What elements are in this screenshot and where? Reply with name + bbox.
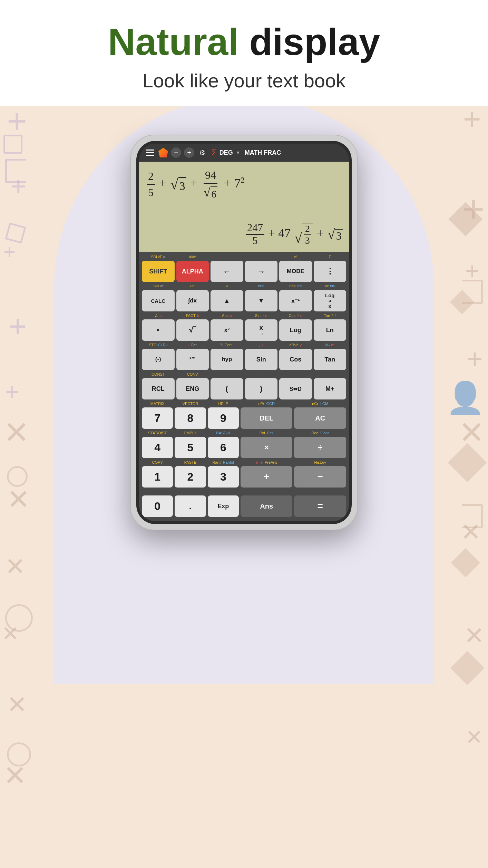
negative-key[interactable]: (-)	[142, 349, 175, 370]
eng-key[interactable]: ENG	[176, 378, 209, 399]
degrees-key[interactable]: °'"	[176, 349, 209, 370]
ln-key[interactable]: Ln	[314, 319, 347, 341]
key-0[interactable]: 0	[142, 495, 173, 517]
plus-key[interactable]: +	[241, 466, 293, 488]
sqrt-key[interactable]: √‾	[176, 319, 209, 341]
multiply-key[interactable]: ×	[241, 437, 293, 458]
square-key[interactable]: x²	[211, 319, 243, 341]
calculator-display: 25 + √3 + 94√6 + 72 2475 + 47 √23 + √3	[139, 162, 349, 252]
open-paren-key[interactable]: (	[211, 378, 243, 399]
minus-key[interactable]: −	[294, 466, 346, 488]
key-1[interactable]: 1	[142, 466, 173, 488]
cos-key[interactable]: Cos	[279, 349, 312, 370]
log-key[interactable]: Log	[279, 319, 312, 341]
calculator-keyboard: SOLVE= d/dx x! Σ SHIFT ALPHA ← → MODE ⋮	[139, 252, 349, 521]
add-button[interactable]: +	[184, 147, 194, 158]
up-arrow-key[interactable]: ▲	[211, 290, 243, 311]
fraction-key[interactable]: ▪	[142, 319, 175, 341]
key-4[interactable]: 4	[142, 437, 173, 458]
main-title: Natural display	[14, 21, 474, 62]
settings-button[interactable]: ⚙	[197, 147, 207, 158]
sigma-icon: Σ	[212, 148, 217, 157]
key-6[interactable]: 6	[208, 437, 239, 458]
power-key[interactable]: x□	[245, 319, 278, 341]
decimal-key[interactable]: .	[175, 495, 206, 517]
log-base-key[interactable]: Logax	[314, 290, 347, 311]
subtitle: Look like your text book	[14, 69, 474, 92]
phone-mockup: − + ⚙ Σ DEG ▼ MATH FRAC 25 + √3 + 94√6	[130, 135, 358, 530]
svg-rect-2	[146, 155, 154, 156]
input-expression: 25 + √3 + 94√6 + 72	[146, 167, 342, 201]
s-to-d-key[interactable]: S⇔D	[279, 378, 312, 399]
shift-key[interactable]: SHIFT	[142, 261, 175, 282]
tan-key[interactable]: Tan	[314, 349, 347, 370]
key-3[interactable]: 3	[208, 466, 239, 488]
deg-dropdown[interactable]: ▼	[236, 150, 241, 155]
deg-label: DEG	[219, 149, 233, 156]
divide-key[interactable]: ÷	[294, 437, 346, 458]
ac-key[interactable]: AC	[294, 407, 346, 429]
integral-key[interactable]: ∫dx	[176, 290, 209, 311]
calc-key[interactable]: CALC	[142, 290, 175, 311]
key-5[interactable]: 5	[175, 437, 206, 458]
key-2[interactable]: 2	[175, 466, 206, 488]
alpha-key[interactable]: ALPHA	[176, 261, 209, 282]
more-key[interactable]: ⋮	[314, 261, 347, 282]
calculator-toolbar: − + ⚙ Σ DEG ▼ MATH FRAC	[139, 144, 349, 162]
menu-icon[interactable]	[145, 147, 156, 158]
left-arrow-key[interactable]: ←	[211, 261, 243, 282]
gem-icon	[158, 148, 168, 157]
equals-key[interactable]: =	[294, 495, 346, 517]
math-frac-label: MATH FRAC	[245, 149, 281, 156]
m-plus-key[interactable]: M+	[314, 378, 347, 399]
key-8[interactable]: 8	[175, 407, 206, 429]
header-section: Natural display Look like your text book	[0, 0, 488, 106]
title-display: display	[239, 20, 380, 63]
close-paren-key[interactable]: )	[245, 378, 278, 399]
minimize-button[interactable]: −	[171, 147, 181, 158]
down-arrow-key[interactable]: ▼	[245, 290, 278, 311]
inverse-key[interactable]: x⁻¹	[279, 290, 312, 311]
key-7[interactable]: 7	[142, 407, 173, 429]
hyp-key[interactable]: hyp	[211, 349, 243, 370]
title-natural: Natural	[108, 20, 239, 63]
mode-key[interactable]: MODE	[279, 261, 312, 282]
rcl-key[interactable]: RCL	[142, 378, 175, 399]
ans-key[interactable]: Ans	[241, 495, 293, 517]
exp-key[interactable]: Exp	[208, 495, 239, 517]
key-9[interactable]: 9	[208, 407, 239, 429]
svg-rect-1	[146, 152, 154, 153]
result-expression: 2475 + 47 √23 + √3	[245, 222, 343, 247]
sin-key[interactable]: Sin	[245, 349, 278, 370]
del-key[interactable]: DEL	[241, 407, 293, 429]
svg-rect-0	[146, 150, 154, 151]
right-arrow-key[interactable]: →	[245, 261, 278, 282]
